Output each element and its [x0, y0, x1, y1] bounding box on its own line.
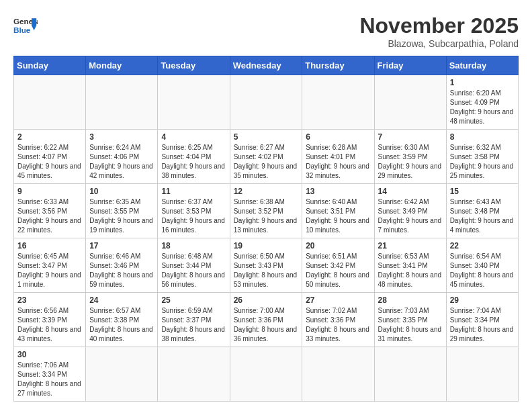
calendar-cell: 16Sunrise: 6:45 AM Sunset: 3:47 PM Dayli… [14, 238, 86, 293]
month-title: November 2025 [359, 13, 519, 38]
day-number: 29 [450, 295, 515, 305]
calendar-cell: 8Sunrise: 6:32 AM Sunset: 3:58 PM Daylig… [446, 130, 518, 184]
calendar-cell: 17Sunrise: 6:46 AM Sunset: 3:46 PM Dayli… [86, 238, 158, 293]
calendar-cell [374, 75, 446, 130]
calendar-cell: 22Sunrise: 6:54 AM Sunset: 3:40 PM Dayli… [446, 238, 518, 293]
calendar-cell: 3Sunrise: 6:24 AM Sunset: 4:06 PM Daylig… [86, 130, 158, 184]
calendar-cell [158, 347, 230, 402]
calendar-cell: 26Sunrise: 7:00 AM Sunset: 3:36 PM Dayli… [230, 293, 302, 347]
col-header-wednesday: Wednesday [230, 56, 302, 75]
day-number: 13 [306, 187, 370, 196]
day-number: 20 [306, 241, 370, 250]
calendar-cell [86, 347, 158, 402]
calendar-cell: 4Sunrise: 6:25 AM Sunset: 4:04 PM Daylig… [158, 130, 230, 184]
calendar-cell: 9Sunrise: 6:33 AM Sunset: 3:56 PM Daylig… [14, 184, 86, 238]
svg-marker-3 [32, 26, 36, 30]
calendar-cell: 24Sunrise: 6:57 AM Sunset: 3:38 PM Dayli… [86, 293, 158, 347]
day-info: Sunrise: 6:33 AM Sunset: 3:56 PM Dayligh… [17, 197, 82, 235]
day-number: 6 [306, 132, 370, 142]
day-info: Sunrise: 6:32 AM Sunset: 3:58 PM Dayligh… [450, 143, 515, 181]
calendar-cell: 29Sunrise: 7:04 AM Sunset: 3:34 PM Dayli… [446, 293, 518, 347]
calendar-cell: 20Sunrise: 6:51 AM Sunset: 3:42 PM Dayli… [302, 238, 374, 293]
day-number: 2 [17, 132, 82, 142]
day-info: Sunrise: 7:00 AM Sunset: 3:36 PM Dayligh… [234, 306, 299, 344]
logo-icon: General Blue [13, 13, 38, 38]
day-info: Sunrise: 6:50 AM Sunset: 3:43 PM Dayligh… [234, 252, 299, 289]
calendar-cell: 5Sunrise: 6:27 AM Sunset: 4:02 PM Daylig… [230, 130, 302, 184]
day-info: Sunrise: 6:30 AM Sunset: 3:59 PM Dayligh… [378, 143, 443, 181]
svg-text:Blue: Blue [13, 26, 31, 34]
day-info: Sunrise: 6:20 AM Sunset: 4:09 PM Dayligh… [450, 89, 515, 126]
day-info: Sunrise: 7:03 AM Sunset: 3:35 PM Dayligh… [378, 306, 443, 344]
calendar-table: SundayMondayTuesdayWednesdayThursdayFrid… [13, 56, 519, 402]
col-header-monday: Monday [86, 56, 158, 75]
calendar-cell [158, 75, 230, 130]
calendar-header-row: SundayMondayTuesdayWednesdayThursdayFrid… [14, 56, 519, 75]
day-info: Sunrise: 6:56 AM Sunset: 3:39 PM Dayligh… [17, 306, 82, 344]
day-number: 1 [450, 78, 515, 87]
calendar-cell: 12Sunrise: 6:38 AM Sunset: 3:52 PM Dayli… [230, 184, 302, 238]
calendar-cell: 23Sunrise: 6:56 AM Sunset: 3:39 PM Dayli… [14, 293, 86, 347]
day-number: 17 [89, 241, 154, 250]
calendar-cell [446, 347, 518, 402]
calendar-week-row: 9Sunrise: 6:33 AM Sunset: 3:56 PM Daylig… [14, 184, 519, 238]
day-info: Sunrise: 6:43 AM Sunset: 3:48 PM Dayligh… [450, 197, 515, 235]
day-number: 15 [450, 187, 515, 196]
day-number: 30 [17, 350, 82, 359]
calendar-cell: 11Sunrise: 6:37 AM Sunset: 3:53 PM Dayli… [158, 184, 230, 238]
calendar-cell: 30Sunrise: 7:06 AM Sunset: 3:34 PM Dayli… [14, 347, 86, 402]
day-number: 11 [161, 187, 226, 196]
day-number: 26 [234, 295, 299, 305]
calendar-cell: 7Sunrise: 6:30 AM Sunset: 3:59 PM Daylig… [374, 130, 446, 184]
day-number: 14 [378, 187, 443, 196]
day-info: Sunrise: 6:54 AM Sunset: 3:40 PM Dayligh… [450, 252, 515, 289]
calendar-cell: 2Sunrise: 6:22 AM Sunset: 4:07 PM Daylig… [14, 130, 86, 184]
calendar-week-row: 23Sunrise: 6:56 AM Sunset: 3:39 PM Dayli… [14, 293, 519, 347]
day-number: 9 [17, 187, 82, 196]
day-info: Sunrise: 7:02 AM Sunset: 3:36 PM Dayligh… [306, 306, 370, 344]
calendar-cell [230, 75, 302, 130]
day-info: Sunrise: 6:28 AM Sunset: 4:01 PM Dayligh… [306, 143, 370, 181]
calendar-cell: 25Sunrise: 6:59 AM Sunset: 3:37 PM Dayli… [158, 293, 230, 347]
calendar-cell: 15Sunrise: 6:43 AM Sunset: 3:48 PM Dayli… [446, 184, 518, 238]
calendar-cell: 6Sunrise: 6:28 AM Sunset: 4:01 PM Daylig… [302, 130, 374, 184]
day-info: Sunrise: 6:45 AM Sunset: 3:47 PM Dayligh… [17, 252, 82, 289]
day-info: Sunrise: 7:04 AM Sunset: 3:34 PM Dayligh… [450, 306, 515, 344]
calendar-cell [86, 75, 158, 130]
day-info: Sunrise: 6:57 AM Sunset: 3:38 PM Dayligh… [89, 306, 154, 344]
day-info: Sunrise: 6:25 AM Sunset: 4:04 PM Dayligh… [161, 143, 226, 181]
page-header: General Blue November 2025 Blazowa, Subc… [13, 13, 519, 49]
title-block: November 2025 Blazowa, Subcarpathia, Pol… [359, 13, 519, 49]
calendar-cell: 19Sunrise: 6:50 AM Sunset: 3:43 PM Dayli… [230, 238, 302, 293]
day-info: Sunrise: 6:53 AM Sunset: 3:41 PM Dayligh… [378, 252, 443, 289]
day-number: 3 [89, 132, 154, 142]
calendar-week-row: 1Sunrise: 6:20 AM Sunset: 4:09 PM Daylig… [14, 75, 519, 130]
day-info: Sunrise: 6:22 AM Sunset: 4:07 PM Dayligh… [17, 143, 82, 181]
day-number: 7 [378, 132, 443, 142]
day-info: Sunrise: 6:40 AM Sunset: 3:51 PM Dayligh… [306, 197, 370, 235]
col-header-saturday: Saturday [446, 56, 518, 75]
logo: General Blue [13, 13, 38, 38]
calendar-cell: 10Sunrise: 6:35 AM Sunset: 3:55 PM Dayli… [86, 184, 158, 238]
day-number: 27 [306, 295, 370, 305]
day-number: 5 [234, 132, 299, 142]
calendar-cell: 13Sunrise: 6:40 AM Sunset: 3:51 PM Dayli… [302, 184, 374, 238]
calendar-cell [14, 75, 86, 130]
day-info: Sunrise: 6:35 AM Sunset: 3:55 PM Dayligh… [89, 197, 154, 235]
calendar-cell: 18Sunrise: 6:48 AM Sunset: 3:44 PM Dayli… [158, 238, 230, 293]
col-header-tuesday: Tuesday [158, 56, 230, 75]
calendar-cell: 27Sunrise: 7:02 AM Sunset: 3:36 PM Dayli… [302, 293, 374, 347]
day-number: 12 [234, 187, 299, 196]
calendar-week-row: 30Sunrise: 7:06 AM Sunset: 3:34 PM Dayli… [14, 347, 519, 402]
day-number: 24 [89, 295, 154, 305]
calendar-cell [302, 75, 374, 130]
day-info: Sunrise: 6:24 AM Sunset: 4:06 PM Dayligh… [89, 143, 154, 181]
calendar-cell [374, 347, 446, 402]
day-info: Sunrise: 6:59 AM Sunset: 3:37 PM Dayligh… [161, 306, 226, 344]
location-subtitle: Blazowa, Subcarpathia, Poland [359, 38, 519, 49]
day-number: 16 [17, 241, 82, 250]
day-info: Sunrise: 6:48 AM Sunset: 3:44 PM Dayligh… [161, 252, 226, 289]
calendar-cell [302, 347, 374, 402]
day-number: 10 [89, 187, 154, 196]
day-number: 19 [234, 241, 299, 250]
